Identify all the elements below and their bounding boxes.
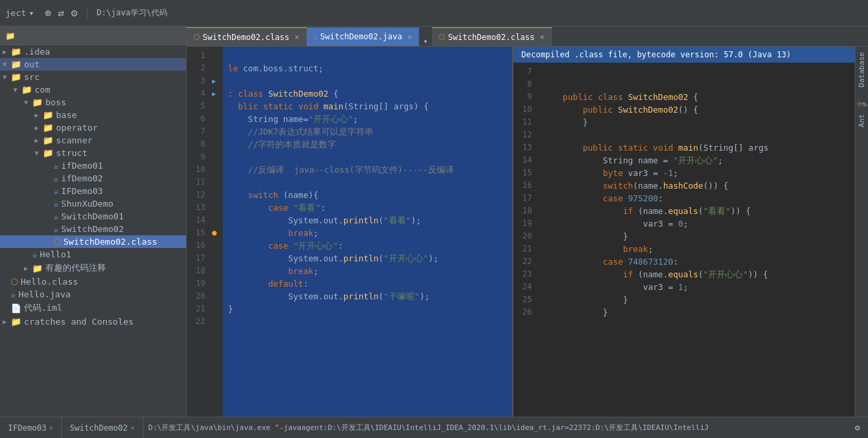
spacer bbox=[45, 200, 53, 207]
sidebar-item-shunxudemo[interactable]: ☕ ShunXuDemo bbox=[0, 197, 186, 210]
sidebar-item-label: Hello.java bbox=[19, 289, 71, 299]
sidebar-item-label: ifDemo02 bbox=[61, 173, 103, 183]
spacer bbox=[3, 291, 11, 298]
sidebar-item-ifdemo03[interactable]: ☕ IFDemo03 bbox=[0, 185, 186, 197]
add-icon[interactable]: ⊕ bbox=[45, 7, 51, 19]
left-code-panel[interactable]: 12345 678910 1112131415 1617181920 2122 … bbox=[187, 47, 513, 417]
sidebar-item-label: boss bbox=[45, 97, 66, 107]
project-name: ject bbox=[5, 8, 26, 18]
spacer bbox=[24, 251, 32, 258]
right-code-panel[interactable]: Decompiled .class file, bytecode version… bbox=[513, 47, 855, 417]
bottom-gear-icon[interactable]: ⚙ bbox=[847, 423, 868, 433]
sidebar-item-label: SwitchDemo01 bbox=[61, 211, 124, 221]
right-side-panel: Database 🐜 Ant bbox=[855, 47, 868, 417]
sidebar-item-hello1[interactable]: ☕ Hello1 bbox=[0, 248, 186, 261]
java-icon: ☕ bbox=[53, 211, 59, 221]
tab-switchdemo02java[interactable]: ☕ SwitchDemo02.java ✕ bbox=[307, 27, 419, 46]
sidebar-item-youqu[interactable]: ▶ 📁 有趣的代码注释 bbox=[0, 261, 186, 275]
sidebar-item-src[interactable]: ▼ 📁 src bbox=[0, 71, 186, 83]
sidebar-item-idea[interactable]: ▶ 📁 .idea bbox=[0, 45, 186, 58]
sidebar-item-label: 代码.iml bbox=[24, 302, 62, 314]
folder-icon: 📁 bbox=[11, 317, 21, 327]
folder-icon: 📁 bbox=[32, 263, 43, 273]
spacer bbox=[3, 305, 11, 312]
tabs-bar: ⬡ SwitchDemo02.class ✕ ☕ SwitchDemo02.ja… bbox=[187, 27, 868, 47]
ant-icon: 🐜 bbox=[856, 98, 867, 109]
sidebar-item-scratches[interactable]: ▶ 📁 cratches and Consoles bbox=[0, 315, 186, 328]
spacer bbox=[45, 187, 53, 195]
sidebar-item-out[interactable]: ▼ 📁 out bbox=[0, 58, 186, 71]
chevron-down-icon: ▼ bbox=[3, 61, 11, 68]
tab-dropdown-button[interactable]: ▾ bbox=[419, 37, 432, 46]
sidebar-item-struct[interactable]: ▼ 📁 struct bbox=[0, 147, 186, 159]
chevron-right-icon: ▶ bbox=[24, 265, 32, 272]
right-code-content[interactable]: public class SwitchDemo02 { public Switc… bbox=[537, 63, 855, 417]
sidebar-item-label: 有趣的代码注释 bbox=[45, 262, 106, 274]
sidebar-item-label: Hello.class bbox=[21, 277, 78, 287]
sidebar-item-boss[interactable]: ▼ 📁 boss bbox=[0, 96, 186, 109]
sidebar-item-switchdemo02[interactable]: ☕ SwitchDemo02 bbox=[0, 223, 186, 235]
chevron-right-icon: ▶ bbox=[35, 137, 43, 144]
left-code-content[interactable]: le com.boss.struct; : class SwitchDemo02… bbox=[223, 47, 512, 417]
java-icon: ☕ bbox=[53, 173, 59, 183]
sidebar-item-com[interactable]: ▼ 📁 com bbox=[0, 83, 186, 96]
sidebar-item-base[interactable]: ▶ 📁 base bbox=[0, 109, 186, 121]
chevron-right-icon: ▶ bbox=[3, 48, 11, 55]
sidebar-item-scanner[interactable]: ▶ 📁 scanner bbox=[0, 134, 186, 147]
chevron-down-icon: ▼ bbox=[13, 86, 21, 93]
tab-close-icon[interactable]: ✕ bbox=[295, 33, 299, 41]
bottom-tab-ifdemo03[interactable]: IFDemo03 ✕ bbox=[0, 417, 62, 439]
decompiled-label: Decompiled .class file, bytecode version… bbox=[521, 50, 791, 59]
folder-icon: 📁 bbox=[43, 135, 53, 145]
sidebar-item-label: src bbox=[24, 72, 39, 82]
spacer bbox=[45, 175, 53, 182]
folder-icon: 📁 bbox=[11, 59, 21, 69]
line-numbers-left: 12345 678910 1112131415 1617181920 2122 bbox=[187, 47, 211, 417]
sidebar-item-operator[interactable]: ▶ 📁 operator bbox=[0, 121, 186, 134]
chevron-right-icon: ▶ bbox=[35, 124, 43, 131]
database-label[interactable]: Database bbox=[857, 52, 866, 87]
project-label[interactable]: ject ▾ bbox=[5, 8, 34, 18]
sidebar-item-switchdemo02class[interactable]: ⬡ SwitchDemo02.class bbox=[0, 235, 186, 248]
sidebar-item-label: cratches and Consoles bbox=[24, 317, 133, 327]
bottom-tab-switchdemo02[interactable]: SwitchDemo02 ✕ bbox=[62, 417, 143, 439]
sidebar-header: 📁 bbox=[0, 27, 186, 45]
sidebar-item-switchdemo01[interactable]: ☕ SwitchDemo01 bbox=[0, 210, 186, 223]
java-icon: ☕ bbox=[53, 224, 59, 234]
tab-label: SwitchDemo02 bbox=[70, 423, 128, 433]
top-toolbar: ject ▾ ⊕ ⇄ ⚙ D:\java学习\代码 bbox=[0, 0, 868, 27]
sidebar-item-ifdemo02[interactable]: ☕ ifDemo02 bbox=[0, 172, 186, 185]
dropdown-arrow[interactable]: ▾ bbox=[29, 8, 34, 18]
tab-close-icon[interactable]: ✕ bbox=[407, 33, 412, 41]
sidebar-item-hellojava[interactable]: ☕ Hello.java bbox=[0, 288, 186, 301]
spacer bbox=[3, 278, 11, 285]
bottom-status: D:\开发工具\java\bin\java.exe "-javaagent:D:… bbox=[143, 423, 847, 433]
tab-switchdemo02class-right[interactable]: ⬡ SwitchDemo02.class ✕ bbox=[432, 27, 552, 46]
sidebar-item-helloclass[interactable]: ⬡ Hello.class bbox=[0, 275, 186, 288]
folder-icon: 📁 bbox=[21, 85, 32, 95]
folder-icon: 📁 bbox=[11, 47, 21, 57]
decompiled-header: Decompiled .class file, bytecode version… bbox=[513, 47, 855, 63]
tab-switchdemo02class-left[interactable]: ⬡ SwitchDemo02.class ✕ bbox=[187, 27, 307, 46]
tab-close-icon[interactable]: ✕ bbox=[49, 424, 53, 431]
java-icon: ☕ bbox=[11, 289, 16, 299]
sync-icon[interactable]: ⇄ bbox=[58, 7, 65, 19]
path-label: D:\java学习\代码 bbox=[97, 7, 167, 19]
folder-icon: 📁 bbox=[32, 97, 43, 107]
folder-icon: 📁 bbox=[43, 110, 53, 120]
sidebar-title: 📁 bbox=[5, 31, 15, 41]
tab-close-icon[interactable]: ✕ bbox=[540, 33, 545, 41]
sidebar-item-label: SwitchDemo02.class bbox=[63, 237, 157, 247]
sidebar-item-label: operator bbox=[56, 123, 98, 133]
gear-icon[interactable]: ⚙ bbox=[71, 7, 77, 19]
sidebar-item-label: struct bbox=[56, 148, 87, 158]
tab-close-icon[interactable]: ✕ bbox=[131, 424, 135, 431]
line-numbers-right: 7891011 1213141516 1718192021 2223242526 bbox=[513, 63, 537, 417]
sidebar-item-iml[interactable]: 📄 代码.iml bbox=[0, 301, 186, 315]
bottom-bar: IFDemo03 ✕ SwitchDemo02 ✕ D:\开发工具\java\b… bbox=[0, 417, 868, 438]
sidebar-item-ifdemo01[interactable]: ☕ ifDemo01 bbox=[0, 159, 186, 172]
folder-icon: 📁 bbox=[43, 148, 53, 158]
ant-label[interactable]: Ant bbox=[857, 114, 866, 127]
chevron-right-icon: ▶ bbox=[35, 111, 43, 119]
bottom-tabs: IFDemo03 ✕ SwitchDemo02 ✕ bbox=[0, 417, 143, 439]
